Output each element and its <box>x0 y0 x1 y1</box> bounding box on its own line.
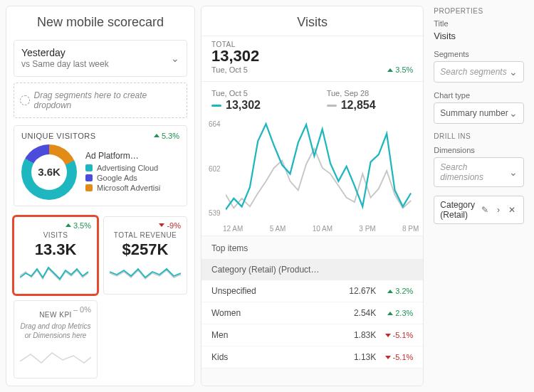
top-item-row[interactable]: Women 2.54K 2.3% <box>201 302 423 324</box>
compare-row: Tue, Oct 5 13,302 Tue, Sep 28 12,854 <box>201 82 423 115</box>
kpi-revenue-label: TOTAL REVENUE <box>110 231 181 239</box>
chevron-down-icon: ⌄ <box>509 66 518 78</box>
x-tick: 3 PM <box>359 225 375 233</box>
uv-legend: Ad Platform… Advertising Cloud Google Ad… <box>85 151 160 194</box>
kpi-revenue-trend: -9% <box>159 221 181 230</box>
date-range-selector[interactable]: Yesterday vs Same day last week ⌄ <box>14 40 187 77</box>
dimensions-placeholder: Search dimensions <box>440 162 509 182</box>
kpi-visits-trend: 3.5% <box>66 221 91 230</box>
chevron-down-icon: ⌄ <box>171 53 179 64</box>
series-swatch-icon <box>211 105 221 107</box>
visits-detail-panel: Visits TOTAL 13,302 Tue, Oct 5 3.5% Tue,… <box>201 6 424 386</box>
kpi-visits-sparkline <box>20 263 91 285</box>
date-secondary: vs Same day last week <box>21 59 109 70</box>
pencil-icon[interactable]: ✎ <box>479 205 491 215</box>
segments-placeholder: Search segments <box>440 67 506 77</box>
close-icon[interactable]: ✕ <box>506 205 518 215</box>
kpi-revenue-card[interactable]: -9% TOTAL REVENUE $257K <box>103 216 187 295</box>
kpi-revenue-sparkline <box>110 263 181 285</box>
kpi-revenue-value: $257K <box>110 240 181 259</box>
kpi-new-placeholder[interactable]: – 0% NEW KPI Drag and drop Metrics or Di… <box>14 300 98 378</box>
visits-title: Visits <box>201 6 423 36</box>
chart-type-field-label: Chart type <box>434 91 524 100</box>
properties-panel: PROPERTIES Title Visits Segments Search … <box>426 0 534 392</box>
total-trend: 3.5% <box>387 65 413 74</box>
top-items-label: Top items <box>201 243 423 259</box>
caret-down-icon <box>385 334 391 337</box>
kpi-visits-value: 13.3K <box>20 240 91 259</box>
kpi-new-trend: – 0% <box>73 305 91 314</box>
kpi-new-sparkline <box>20 347 91 369</box>
top-items-section: Top items Category (Retail) (Product… Un… <box>201 235 423 386</box>
dimension-tag: Category (Retail) ✎ › ✕ <box>434 196 524 224</box>
target-icon <box>20 95 30 105</box>
title-value[interactable]: Visits <box>434 31 524 41</box>
category-header[interactable]: Category (Retail) (Product… <box>201 259 423 280</box>
caret-up-icon <box>66 223 71 227</box>
dimensions-field-label: Dimensions <box>434 146 524 154</box>
drillins-label: DRILL INS <box>434 132 524 140</box>
title-field-label: Title <box>434 19 524 28</box>
dimension-tag-label: Category (Retail) <box>440 200 475 220</box>
y-tick: 539 <box>209 209 221 217</box>
top-item-row[interactable]: Men 1.83K -5.1% <box>201 324 423 346</box>
chevron-right-icon[interactable]: › <box>495 205 502 215</box>
cmp-a-value: 13,302 <box>226 99 261 112</box>
uv-value: 3.6K <box>21 144 77 200</box>
scorecard-panel: New mobile scorecard Yesterday vs Same d… <box>6 6 195 386</box>
caret-down-icon <box>159 223 164 227</box>
segment-dropzone[interactable]: Drag segments here to create dropdown <box>14 83 187 118</box>
chevron-down-icon: ⌄ <box>509 166 518 178</box>
chart-type-combobox[interactable]: Summary number ⌄ <box>434 102 524 124</box>
x-tick: 10 AM <box>313 225 333 233</box>
kpi-visits-card[interactable]: 3.5% VISITS 13.3K <box>14 216 98 295</box>
chart-type-value: Summary number <box>440 108 508 118</box>
caret-up-icon <box>387 290 393 293</box>
date-primary: Yesterday <box>21 46 109 59</box>
caret-down-icon <box>385 356 391 359</box>
dimensions-combobox[interactable]: Search dimensions ⌄ <box>434 157 524 187</box>
cmp-b-value: 12,854 <box>341 99 376 112</box>
total-value: 13,302 <box>211 48 259 64</box>
y-tick: 602 <box>209 165 221 173</box>
unique-visitors-card[interactable]: UNIQUE VISITORS 5.3% 3.6K Ad Platform… A… <box>14 125 187 206</box>
legend-item: Microsoft Advertisi <box>85 184 160 192</box>
x-tick: 12 AM <box>223 225 243 233</box>
kpi-visits-label: VISITS <box>20 231 91 239</box>
uv-header: UNIQUE VISITORS <box>21 132 95 140</box>
series-swatch-icon <box>327 105 337 107</box>
scorecard-title: New mobile scorecard <box>6 6 194 37</box>
cmp-a-date: Tue, Oct 5 <box>211 89 298 97</box>
visits-line-chart: 664 602 539 12 AM 5 AM 10 AM 3 PM 8 PM <box>201 115 423 235</box>
kpi-new-hint: Drag and drop Metrics or Dimensions here <box>20 322 91 340</box>
segments-combobox[interactable]: Search segments ⌄ <box>434 61 524 83</box>
caret-up-icon <box>387 312 393 315</box>
uv-legend-title: Ad Platform… <box>85 151 160 161</box>
segments-field-label: Segments <box>434 50 524 58</box>
properties-label: PROPERTIES <box>434 7 524 15</box>
x-tick: 8 PM <box>402 225 419 233</box>
legend-item: Advertising Cloud <box>85 164 160 172</box>
chevron-down-icon: ⌄ <box>509 107 518 119</box>
legend-item: Google Ads <box>85 174 160 182</box>
caret-up-icon <box>387 68 393 72</box>
top-item-row[interactable]: Unspecified 12.67K 3.2% <box>201 280 423 302</box>
x-tick: 5 AM <box>270 225 286 233</box>
total-date: Tue, Oct 5 <box>211 65 259 74</box>
top-item-row[interactable]: Kids 1.13K -5.1% <box>201 346 423 369</box>
uv-trend: 5.3% <box>154 132 179 140</box>
cmp-b-date: Tue, Sep 28 <box>327 89 414 97</box>
segment-dropzone-hint: Drag segments here to create dropdown <box>34 90 181 110</box>
uv-donut-chart: 3.6K <box>21 144 77 200</box>
caret-up-icon <box>154 134 159 137</box>
y-tick: 664 <box>209 120 221 128</box>
